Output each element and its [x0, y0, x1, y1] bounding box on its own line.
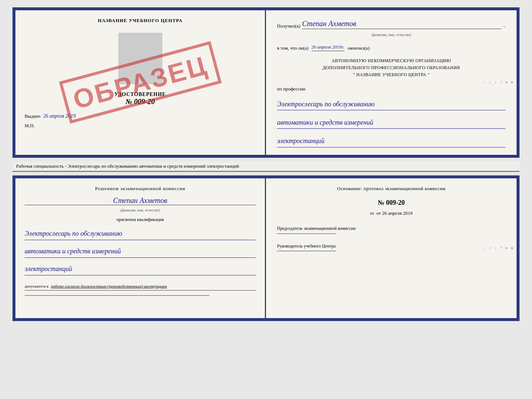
predsedatel-signature-line: [277, 234, 336, 234]
bot-side-char-2: а: [505, 247, 509, 249]
bot-left-underline: [25, 295, 209, 296]
side-char-4: –: [494, 82, 498, 84]
ud-title: УДОСТОВЕРЕНИЕ: [114, 92, 166, 97]
bot-side-char-1: и: [510, 247, 515, 249]
poluchil-name: Степан Ахметов: [302, 19, 501, 29]
org-line1: АВТОНОМНУЮ НЕКОММЕРЧЕСКУЮ ОРГАНИЗАЦИЮ: [277, 57, 506, 64]
po-professii-label: по профессии: [277, 86, 506, 92]
vydano-date: 26 апреля 2019: [43, 113, 76, 119]
resheniem-title: Решением экзаменационной комиссии: [25, 186, 256, 192]
side-char-3: ←: [499, 81, 504, 85]
vtom-label: в том, что он(а): [277, 45, 309, 51]
top-doc-title: НАЗВАНИЕ УЧЕБНОГО ЦЕНТРА: [98, 18, 183, 24]
vtom-row: в том, что он(а) 26 апреля 2019г. окончи…: [277, 44, 506, 51]
rukovoditel-signature-line: [277, 251, 336, 251]
vtom-okoncil: окончил(а): [348, 45, 370, 51]
predsedatel-title: Председатель экзаменационной комиссии: [277, 225, 506, 232]
profession-line3: электростанций: [277, 135, 506, 147]
doc-left-panel: НАЗВАНИЕ УЧЕБНОГО ЦЕНТРА УДОСТОВЕРЕНИЕ №…: [15, 10, 266, 155]
vydano-label: Выдано: [25, 113, 40, 119]
kvali-line2: автоматики и средств измерений: [25, 245, 256, 258]
prisvoena-label: присвоена квалификация: [25, 217, 256, 222]
predsedatel-block: Председатель экзаменационной комиссии: [277, 225, 506, 234]
fio-label-top: (фамилия, имя, отчество): [277, 33, 506, 37]
side-char-5: –: [488, 82, 493, 84]
ud-number: № 009-20: [114, 97, 166, 106]
poluchil-row: Получил(а) Степан Ахметов –: [277, 19, 506, 29]
rukovoditel-title: Руководитель учебного Центра: [277, 243, 506, 249]
protocol-number: № 009-20: [277, 199, 506, 207]
bot-side-char-5: –: [488, 247, 493, 249]
mp-line: М.П.: [25, 123, 256, 129]
fio-label-bot: (фамилия, имя, отчество): [25, 208, 256, 212]
bot-side-char-6: –: [483, 247, 487, 249]
side-char-1: и: [510, 81, 515, 83]
kvali-line3: электростанций: [25, 263, 256, 275]
kvali-line1: Электрослесарь по обслуживанию: [25, 227, 256, 240]
middle-text-bar: Рабочая специальность - Электрослесарь п…: [12, 161, 520, 172]
udostoverenie-block: УДОСТОВЕРЕНИЕ № 009-20: [114, 92, 166, 106]
org-block: АВТОНОМНУЮ НЕКОММЕРЧЕСКУЮ ОРГАНИЗАЦИЮ ДО…: [277, 57, 506, 79]
bot-side-char-3: ←: [499, 246, 504, 250]
side-char-2: а: [505, 82, 509, 83]
ot-date-value: от 26 апреля 2019: [377, 210, 413, 216]
top-document: НАЗВАНИЕ УЧЕБНОГО ЦЕНТРА УДОСТОВЕРЕНИЕ №…: [12, 7, 520, 158]
rukovoditel-block: Руководитель учебного Центра: [277, 243, 506, 252]
side-decoration-bot: и а ← – – –: [483, 178, 515, 318]
bot-side-char-4: –: [494, 247, 498, 249]
side-decoration-top: и а ← – – –: [483, 10, 515, 155]
dopuskaetsya-label: допускается к: [25, 284, 48, 288]
ot-prefix: от: [370, 211, 374, 216]
osnovanie-title: Основание: протокол экзаменационной коми…: [277, 186, 506, 192]
middle-text-content: Рабочая специальность - Электрослесарь п…: [16, 163, 239, 169]
bot-name: Степан Ахметов: [25, 196, 256, 205]
org-line3: " НАЗВАНИЕ УЧЕБНОГО ЦЕНТРА ": [277, 71, 506, 78]
photo-placeholder: [118, 33, 162, 84]
dopuskaetsya-line: допускается к работе согласно должностны…: [25, 284, 256, 291]
side-char-6: –: [483, 82, 487, 84]
bottom-document: Решением экзаменационной комиссии Степан…: [12, 175, 520, 321]
poluchil-label: Получил(а): [277, 23, 300, 29]
profession-line1: Электрослесарь по обслуживанию: [277, 98, 506, 110]
profession-line2: автоматики и средств измерений: [277, 117, 506, 129]
vydano-line: Выдано 26 апреля 2019: [25, 113, 256, 119]
bot-right-panel: Основание: протокол экзаменационной коми…: [266, 178, 517, 318]
vtom-date: 26 апреля 2019г.: [312, 44, 345, 51]
dopuskaetsya-text: работе согласно должностным (производств…: [51, 284, 167, 288]
ot-date: от от 26 апреля 2019: [277, 210, 506, 216]
doc-right-panel: Получил(а) Степан Ахметов – (фамилия, им…: [266, 10, 517, 155]
bot-left-panel: Решением экзаменационной комиссии Степан…: [15, 178, 266, 318]
org-line2: ДОПОЛНИТЕЛЬНОГО ПРОФЕССИОНАЛЬНОГО ОБРАЗО…: [277, 64, 506, 71]
